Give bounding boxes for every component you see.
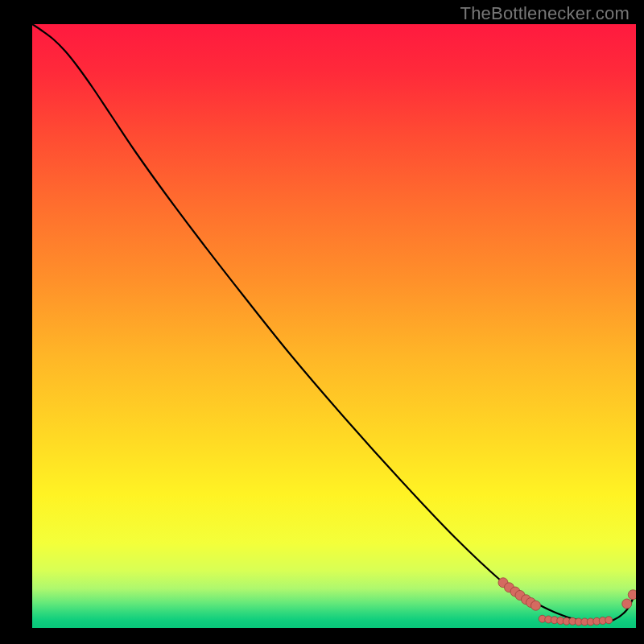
chart-container: TheBottlenecker.com: [0, 0, 644, 644]
data-marker: [605, 617, 613, 624]
data-marker: [531, 601, 541, 610]
data-marker: [622, 599, 632, 609]
chart-svg: [32, 24, 636, 628]
watermark-text: TheBottlenecker.com: [460, 3, 630, 24]
data-marker: [628, 590, 636, 600]
gradient-background: [32, 24, 636, 628]
plot-area: [32, 24, 636, 628]
